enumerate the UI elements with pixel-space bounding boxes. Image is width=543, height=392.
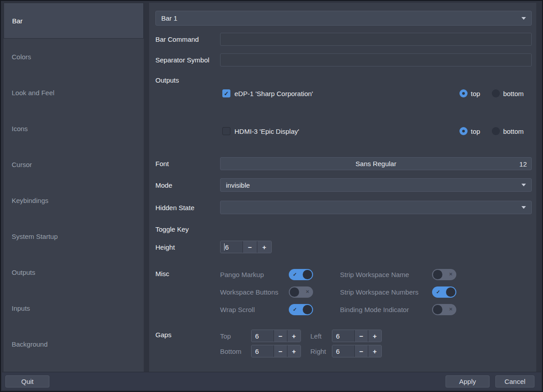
toggle-pango-markup[interactable]: ✓ bbox=[289, 269, 313, 280]
text-cursor bbox=[224, 243, 225, 251]
font-button[interactable]: Sans Regular 12 bbox=[220, 157, 532, 170]
radio-bottom[interactable] bbox=[492, 89, 500, 97]
height-spinbox: 6−+ bbox=[220, 241, 272, 253]
gap-label-left: Left bbox=[310, 332, 332, 340]
sidebar-item-look-and-feel[interactable]: Look and Feel bbox=[4, 75, 144, 110]
toggle-knob bbox=[433, 270, 442, 279]
gap-label-bottom: Bottom bbox=[220, 348, 251, 355]
radio-bottom[interactable] bbox=[492, 127, 500, 135]
height-increment-button[interactable]: + bbox=[257, 241, 271, 253]
separator-symbol-row: Separator Symbol bbox=[155, 53, 532, 66]
separator-symbol-input[interactable] bbox=[220, 53, 532, 66]
gap-left-decrement-button[interactable]: − bbox=[354, 330, 368, 342]
gap-bottom-input[interactable]: 6 bbox=[252, 345, 274, 357]
toggle-key-row: Toggle Key bbox=[155, 224, 532, 234]
toggle-strip-workspace-numbers[interactable]: ✓ bbox=[432, 286, 456, 298]
radio-option-bottom: bottom bbox=[492, 127, 524, 135]
gap-top-spinbox: 6−+ bbox=[251, 330, 301, 342]
sidebar-item-colors[interactable]: Colors bbox=[4, 39, 144, 75]
output-row: ✓eDP-1 'Sharp Corporation'topbottom bbox=[222, 87, 532, 100]
misc-row: Misc Pango Markup✓Strip Workspace Name✕W… bbox=[155, 269, 532, 315]
sidebar-item-bar[interactable]: Bar bbox=[4, 3, 144, 39]
chevron-down-icon bbox=[521, 184, 526, 186]
apply-button[interactable]: Apply bbox=[446, 375, 490, 388]
output-name: eDP-1 'Sharp Corporation' bbox=[234, 90, 313, 97]
toggle-knob bbox=[446, 287, 455, 297]
chevron-down-icon bbox=[521, 17, 526, 20]
hidden-state-row: Hidden State bbox=[155, 201, 532, 214]
position-radio-group: topbottom bbox=[459, 127, 524, 135]
bar-select-value: Bar 1 bbox=[161, 14, 177, 22]
cancel-button[interactable]: Cancel bbox=[495, 375, 534, 388]
height-input[interactable]: 6 bbox=[221, 241, 243, 253]
radio-option-top: top bbox=[459, 89, 480, 97]
radio-top[interactable] bbox=[459, 127, 468, 135]
gaps-grid-row: Top6−+Left6−+ bbox=[220, 330, 382, 342]
hidden-state-select[interactable] bbox=[220, 201, 532, 214]
config-window: BarColorsLook and FeelIconsCursorKeybind… bbox=[0, 0, 543, 392]
sidebar-item-system-startup[interactable]: System Startup bbox=[4, 218, 144, 254]
toggle-binding-mode-indicator[interactable]: ✕ bbox=[432, 304, 456, 315]
gap-right-spinbox: 6−+ bbox=[332, 345, 382, 357]
toggle-key-label: Toggle Key bbox=[155, 225, 220, 233]
toggle-label-workspace-buttons: Workspace Buttons bbox=[220, 288, 289, 296]
gap-top-increment-button[interactable]: + bbox=[287, 330, 300, 342]
sidebar-item-icons[interactable]: Icons bbox=[4, 110, 144, 146]
gap-top-decrement-button[interactable]: − bbox=[274, 330, 287, 342]
sidebar-item-cursor[interactable]: Cursor bbox=[4, 146, 144, 182]
toggle-wrap-scroll[interactable]: ✓ bbox=[289, 304, 313, 315]
bar-command-label: Bar Command bbox=[155, 35, 220, 43]
sidebar-item-inputs[interactable]: Inputs bbox=[4, 290, 144, 326]
misc-toggle-row: Workspace Buttons✕Strip Workspace Number… bbox=[220, 286, 456, 298]
output-name: HDMI-3 'Epic Display' bbox=[234, 128, 299, 135]
hidden-state-label: Hidden State bbox=[155, 204, 220, 211]
toggle-strip-workspace-name[interactable]: ✕ bbox=[432, 269, 456, 280]
toggle-label-binding-mode-indicator: Binding Mode Indicator bbox=[340, 306, 432, 313]
gap-bottom-decrement-button[interactable]: − bbox=[274, 345, 287, 357]
gap-bottom-increment-button[interactable]: + bbox=[287, 345, 300, 357]
quit-button[interactable]: Quit bbox=[5, 375, 49, 388]
sidebar-item-background[interactable]: Background bbox=[4, 326, 144, 362]
gap-left-increment-button[interactable]: + bbox=[368, 330, 381, 342]
check-icon: ✓ bbox=[436, 290, 440, 295]
sidebar-item-keybindings[interactable]: Keybindings bbox=[4, 182, 144, 218]
height-decrement-button[interactable]: − bbox=[243, 241, 257, 253]
sidebar-item-outputs[interactable]: Outputs bbox=[4, 254, 144, 290]
gap-right-decrement-button[interactable]: − bbox=[354, 345, 368, 357]
font-label: Font bbox=[155, 160, 220, 167]
bar-command-input[interactable] bbox=[220, 33, 532, 46]
mode-row: Mode invisible bbox=[155, 178, 532, 192]
radio-label-bottom: bottom bbox=[503, 90, 524, 97]
gap-top-input[interactable]: 6 bbox=[252, 330, 274, 342]
radio-option-bottom: bottom bbox=[492, 89, 524, 97]
misc-toggle-row: Wrap Scroll✓Binding Mode Indicator✕ bbox=[220, 304, 456, 315]
check-icon: ✓ bbox=[224, 91, 229, 97]
separator-symbol-label: Separator Symbol bbox=[155, 56, 220, 64]
gap-right-increment-button[interactable]: + bbox=[368, 345, 381, 357]
chevron-down-icon bbox=[521, 206, 526, 209]
height-value: 6 bbox=[225, 243, 229, 251]
check-icon: ✓ bbox=[293, 272, 297, 277]
bar-select[interactable]: Bar 1 bbox=[155, 11, 532, 26]
mode-label: Mode bbox=[155, 181, 220, 189]
action-bar: Quit Apply Cancel bbox=[2, 372, 541, 390]
settings-panel: Bar 1 Bar Command Separator Symbol Outpu… bbox=[149, 3, 536, 372]
font-family-value: Sans Regular bbox=[356, 160, 397, 167]
toggle-label-strip-workspace-numbers: Strip Workspace Numbers bbox=[340, 288, 432, 296]
gap-bottom-spinbox: 6−+ bbox=[251, 345, 301, 357]
font-size-value: 12 bbox=[519, 160, 527, 167]
output-checkbox[interactable]: ✓ bbox=[222, 89, 230, 97]
gap-label-right: Right bbox=[310, 348, 332, 355]
gap-left-input[interactable]: 6 bbox=[332, 330, 354, 342]
position-radio-group: topbottom bbox=[459, 89, 524, 97]
toggle-workspace-buttons[interactable]: ✕ bbox=[289, 286, 313, 298]
gap-left-value: 6 bbox=[336, 332, 340, 340]
radio-top[interactable] bbox=[459, 89, 468, 97]
output-checkbox[interactable] bbox=[222, 127, 230, 135]
misc-label: Misc bbox=[155, 269, 220, 277]
font-row: Font Sans Regular 12 bbox=[155, 157, 532, 170]
bar-command-row: Bar Command bbox=[155, 33, 532, 46]
mode-select[interactable]: invisible bbox=[220, 178, 532, 192]
gap-right-input[interactable]: 6 bbox=[332, 345, 354, 357]
gaps-fields: Top6−+Left6−+Bottom6−+Right6−+ bbox=[220, 330, 382, 357]
